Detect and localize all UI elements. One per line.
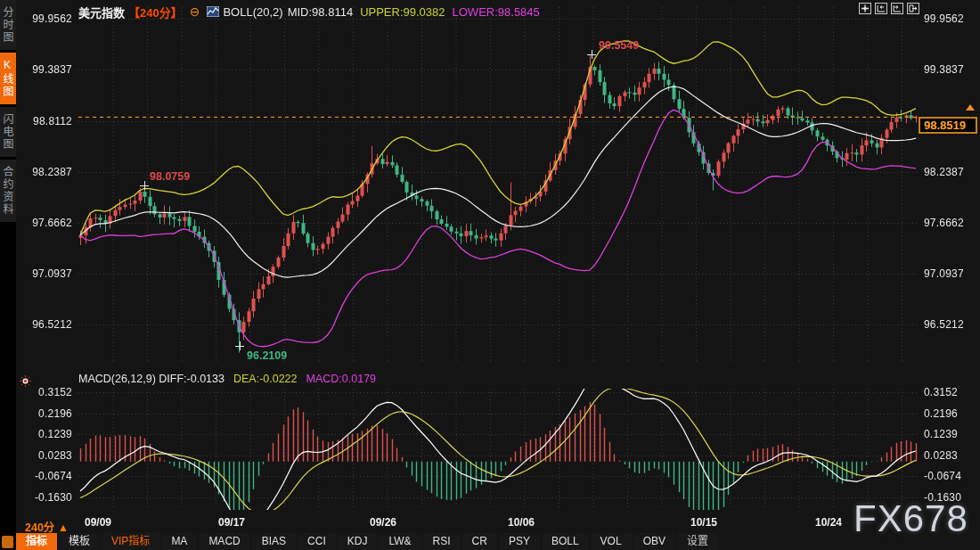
toolbar-item-cci[interactable]: CCI	[298, 533, 336, 550]
x-axis-date: 10/06	[508, 516, 535, 529]
boll-upper-value: UPPER:99.0382	[360, 5, 445, 19]
boll-params: BOLL(20,2)	[223, 5, 282, 19]
pan-left-icon[interactable]	[875, 3, 887, 14]
sidebar-tab-lightning[interactable]: 闪电图	[0, 107, 16, 157]
macd-y-label: -0.0674	[924, 470, 961, 482]
y-axis-label: 97.0937	[924, 267, 964, 280]
toolbar-item-rsi[interactable]: RSI	[423, 533, 461, 550]
sidebar: 分时图 K线图 闪电图 合约资料	[0, 0, 16, 550]
macd-header: MACD(26,12,9) DIFF:-0.0133 DEA:-0.0222 M…	[78, 373, 376, 385]
toolbar-item-macd[interactable]: MACD	[199, 533, 249, 550]
window-controls	[859, 3, 919, 14]
x-axis-date: 10/24	[815, 516, 842, 529]
pan-right-icon[interactable]	[891, 3, 903, 14]
y-axis-label: 97.6662	[924, 217, 964, 229]
toolbar-item-template[interactable]: 模板	[59, 533, 100, 550]
x-axis-date: 09/09	[85, 516, 111, 529]
toolbar-item-boll[interactable]: BOLL	[542, 533, 589, 550]
toolbar-item-kdj[interactable]: KDJ	[338, 533, 378, 550]
x-axis-date: 10/15	[690, 516, 717, 529]
sidebar-tab-contract-info[interactable]: 合约资料	[0, 160, 16, 222]
macd-y-label: 0.2196	[924, 407, 958, 420]
price-marker-arrow-icon	[966, 104, 975, 111]
alarm-icon[interactable]	[20, 374, 31, 386]
price-annotation-high: 98.0759	[150, 170, 190, 183]
x-axis-date: 09/26	[370, 516, 396, 529]
toolbar-item-cr[interactable]: CR	[462, 533, 497, 550]
fx678-watermark: FX678	[853, 497, 968, 540]
toolbar-item-ma[interactable]: MA	[161, 533, 197, 550]
toolbar-item-lw[interactable]: LW&	[379, 533, 421, 550]
symbol-title: 美元指数	[78, 4, 125, 21]
macd-dea-value: DEA:-0.0222	[233, 373, 298, 385]
y-axis-label: 96.5212	[924, 318, 964, 331]
price-chart-canvas[interactable]	[0, 0, 980, 550]
y-axis-label: 98.2387	[924, 166, 964, 178]
current-price-box: 98.8519	[919, 117, 977, 134]
toolbar-item-indicator[interactable]: 指标	[16, 533, 57, 550]
exit-icon[interactable]	[907, 3, 919, 14]
toolbar-item-psy[interactable]: PSY	[499, 533, 540, 550]
y-axis-label: 99.3837	[924, 63, 964, 76]
toolbar-item-obv[interactable]: OBV	[633, 533, 675, 550]
toolbar-item-vol[interactable]: VOL	[591, 533, 632, 550]
macd-hist-value: MACD:0.0179	[306, 373, 377, 385]
x-axis-date: 09/17	[218, 516, 245, 529]
indicator-toolbar: 指标 模板 VIP指标 MA MACD BIAS CCI KDJ LW& RSI…	[16, 533, 718, 550]
price-annotation-peak: 99.5549	[599, 39, 639, 52]
macd-y-label: 0.0283	[924, 449, 958, 462]
interval-label: 【240分】	[128, 4, 183, 21]
y-axis-label: 99.9562	[924, 12, 964, 25]
chart-header: 美元指数 【240分】 ⊖ BOLL(20,2) MID:98.8114 UPP…	[78, 4, 540, 20]
macd-y-label: 0.3152	[924, 386, 958, 398]
price-annotation-low: 96.2109	[247, 349, 287, 362]
boll-lower-value: LOWER:98.5845	[453, 5, 540, 19]
toolbar-item-settings[interactable]: 设置	[677, 533, 718, 550]
macd-y-label: 0.1239	[924, 428, 958, 440]
toolbar-item-vip-indicator[interactable]: VIP指标	[102, 533, 159, 550]
sidebar-tab-candlestick[interactable]: K线图	[0, 53, 16, 104]
sidebar-tab-timeline[interactable]: 分时图	[0, 0, 16, 50]
boll-mid-value: MID:98.8114	[288, 5, 353, 19]
line-chart-icon	[207, 6, 219, 17]
corner-icon[interactable]	[2, 536, 13, 548]
crosshair-icon[interactable]	[859, 3, 871, 14]
chart-application: 分时图 K线图 闪电图 合约资料 美元指数 【240分】 ⊖ BOLL(20,2…	[0, 0, 980, 550]
macd-params-diff: MACD(26,12,9) DIFF:-0.0133	[78, 373, 225, 385]
collapse-icon[interactable]: ⊖	[190, 6, 200, 17]
toolbar-item-bias[interactable]: BIAS	[252, 533, 296, 550]
